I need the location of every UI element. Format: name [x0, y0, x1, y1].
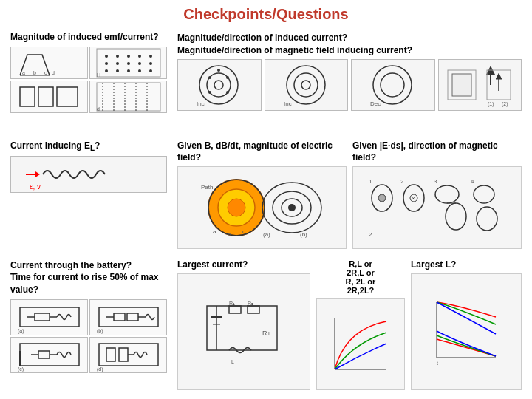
svg-point-18	[127, 69, 130, 72]
svg-point-42	[294, 73, 318, 97]
diagram-rect-loops	[10, 81, 88, 113]
svg-rect-24	[57, 87, 78, 106]
current-battery-label1: Current through the battery?	[10, 260, 132, 270]
concentric-circles-diagram: Path a b c (a) (b)	[177, 166, 347, 248]
svg-point-45	[373, 66, 412, 104]
svg-point-14	[138, 62, 141, 65]
rect-diag-arrows: (1) (2)	[438, 59, 522, 111]
diagram-dot-grid: H	[89, 47, 167, 79]
cell-mag-dir: Magnitude/direction of induced current? …	[174, 29, 525, 133]
mag-dir-label1: Magnitude/direction of induced current?	[177, 33, 347, 43]
given-b-label: Given B, dB/dt, magnitude of electric fi…	[177, 140, 347, 163]
svg-point-13	[127, 62, 130, 65]
svg-text:2: 2	[400, 178, 404, 185]
svg-point-16	[105, 69, 108, 72]
svg-point-20	[149, 69, 152, 72]
svg-text:(c): (c)	[18, 366, 24, 372]
circuit-diag-3: (c)	[10, 337, 88, 373]
svg-text:c: c	[242, 228, 245, 235]
svg-point-8	[127, 55, 130, 58]
svg-text:c: c	[44, 70, 47, 75]
svg-point-60	[228, 199, 245, 216]
svg-point-85	[477, 207, 497, 231]
svg-rect-115	[248, 306, 259, 313]
mag-dir-labels: Magnitude/direction of induced current? …	[177, 32, 522, 56]
circle-diag-1: Inc	[177, 59, 262, 111]
svg-rect-113	[229, 306, 241, 313]
svg-point-39	[226, 91, 229, 94]
circle-diag-3: Dec	[351, 59, 435, 111]
svg-text:(a): (a)	[18, 328, 24, 334]
svg-text:ε, v: ε, v	[30, 183, 41, 191]
svg-text:R: R	[262, 330, 267, 337]
svg-point-36	[208, 76, 211, 79]
svg-point-19	[138, 69, 141, 72]
svg-text:H: H	[97, 72, 100, 78]
largest-current-section: Largest current? R₁ R₂	[177, 259, 310, 390]
svg-text:a: a	[22, 70, 25, 75]
svg-text:(a): (a)	[263, 231, 270, 238]
circle-diag-2: Inc	[265, 59, 349, 111]
svg-rect-105	[106, 348, 115, 361]
svg-point-84	[474, 185, 494, 203]
svg-marker-56	[35, 171, 40, 177]
cell-largest: Largest current? R₁ R₂	[174, 256, 525, 393]
svg-point-17	[116, 69, 119, 72]
svg-rect-106	[119, 348, 128, 361]
svg-point-35	[217, 69, 220, 72]
svg-point-69	[288, 204, 296, 211]
svg-text:L: L	[268, 331, 271, 336]
cell-mag-emf: Magnitude of induced emf/current? a b c …	[7, 29, 170, 133]
svg-point-15	[149, 62, 152, 65]
mag-emf-label: Magnitude of induced emf/current?	[10, 32, 167, 44]
cell-current-battery: Current through the battery? Time for cu…	[7, 256, 170, 393]
svg-point-74	[378, 194, 386, 202]
svg-point-41	[287, 66, 325, 104]
svg-text:(b): (b)	[97, 328, 103, 334]
diagram-trapezoid: a b c d	[10, 47, 88, 79]
svg-text:4: 4	[471, 178, 474, 185]
svg-rect-89	[35, 313, 50, 321]
mag-dir-diagrams: Inc Inc Dec	[177, 59, 522, 111]
circuit-diag-1: (a)	[10, 299, 88, 335]
mag-dir-label2: Magnitude/direction of magnetic field in…	[177, 45, 412, 55]
svg-text:(b): (b)	[300, 231, 307, 238]
svg-point-80	[435, 185, 459, 203]
svg-text:L: L	[231, 359, 234, 364]
largest-current-diagram: R₁ R₂ L R L	[177, 273, 310, 390]
given-b-right: Given |E·ds|, direction of magnetic fiel…	[352, 140, 522, 249]
circuit-grid: (a) (b)	[10, 299, 167, 373]
svg-text:3: 3	[434, 178, 437, 185]
svg-text:a: a	[213, 228, 216, 235]
page: Checkpoints/Questions Magnitude of induc…	[0, 0, 532, 399]
svg-point-46	[381, 73, 404, 97]
svg-rect-94	[114, 313, 125, 321]
cell-current-el: Current inducing EL? ε, v	[7, 137, 170, 252]
svg-text:b: b	[33, 70, 36, 75]
largest-l-section: Largest L? t	[411, 259, 522, 390]
svg-text:R₂: R₂	[248, 301, 253, 306]
current-battery-label2: Time for current to rise 50% of max valu…	[10, 272, 159, 295]
current-el-label: Current inducing EL?	[10, 140, 167, 153]
svg-text:Path: Path	[201, 184, 213, 191]
page-title: Checkpoints/Questions	[7, 6, 525, 23]
rl-options-section: R,L or2R,L orR, 2L or2R,2L?	[316, 259, 405, 390]
svg-point-9	[138, 55, 141, 58]
svg-point-10	[149, 55, 152, 58]
svg-rect-109	[207, 306, 277, 350]
largest-l-label: Largest L?	[411, 259, 522, 271]
coil-diagram: ε, v	[10, 156, 167, 193]
largest-current-label: Largest current?	[177, 259, 310, 271]
rl-label: R,L or2R,L orR, 2L or2R,2L?	[346, 259, 376, 295]
svg-point-34	[214, 81, 223, 89]
svg-text:R₁: R₁	[229, 301, 235, 306]
largest-l-chart: t	[411, 273, 522, 390]
svg-text:d: d	[97, 106, 100, 112]
mag-emf-diagrams: a b c d	[10, 47, 167, 113]
svg-point-43	[301, 81, 310, 89]
current-battery-labels: Current through the battery? Time for cu…	[10, 259, 167, 296]
svg-point-11	[105, 62, 108, 65]
numbered-diagrams: 1 2 × 3 4	[352, 166, 522, 248]
svg-text:(2): (2)	[502, 101, 508, 107]
svg-rect-95	[127, 313, 138, 321]
